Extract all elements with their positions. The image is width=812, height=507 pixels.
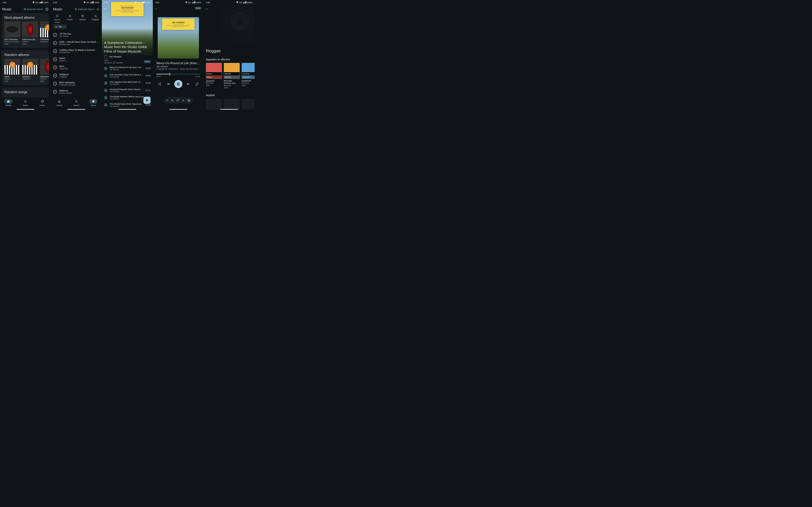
gesture-bar[interactable] bbox=[118, 109, 136, 110]
np-album[interactable]: A Symphonic Celebration - Music from the… bbox=[157, 68, 200, 70]
album-list-item[interactable]: AdamShearer bbox=[52, 55, 101, 63]
album-card[interactable]: BSO SebastianPeerGynt Lobogris2008 bbox=[4, 21, 20, 45]
collapse-button[interactable]: ⌄ bbox=[155, 7, 157, 10]
library-icon bbox=[92, 100, 95, 103]
nav-search[interactable]: Search bbox=[72, 99, 80, 106]
track-duration: 02:50 bbox=[146, 67, 150, 69]
audio-item[interactable]: ♪ bbox=[224, 99, 240, 110]
nav-search[interactable]: Search bbox=[21, 99, 29, 106]
seek-bar[interactable]: 00:5202:49 bbox=[157, 74, 200, 77]
track-row[interactable]: 2One Summer's Day (The Name of Lif…Joe H… bbox=[102, 72, 153, 79]
signal-icon bbox=[90, 2, 92, 3]
cover-label: JOE HISAISHI A Symphonic Celebration Mus… bbox=[162, 18, 195, 30]
time-total: 02:49 bbox=[195, 75, 200, 77]
album-list[interactable]: 'Til The DayJoe Farren2005 - I Would Hav… bbox=[51, 31, 102, 103]
battery-label: 100% bbox=[247, 1, 252, 4]
cover-sub: Royal Philharmonic Orchestra bbox=[172, 26, 185, 27]
wifi-icon bbox=[134, 2, 137, 3]
svg-line-4 bbox=[26, 102, 26, 103]
play-icon[interactable] bbox=[53, 90, 57, 94]
tab-albums[interactable]: Albums bbox=[51, 13, 64, 22]
play-icon[interactable] bbox=[53, 41, 57, 45]
album-title: Deflonesoun bbox=[40, 75, 49, 78]
audio-item[interactable]: ♪ bbox=[206, 99, 222, 110]
speed-button[interactable]: 1× bbox=[166, 99, 169, 101]
album-card[interactable]: AdamShearer2008 bbox=[4, 59, 20, 82]
play-icon[interactable] bbox=[53, 57, 57, 61]
tab-genres[interactable]: Genres bbox=[76, 13, 89, 22]
nav-activity[interactable]: Activity bbox=[4, 99, 12, 106]
nav-label: Library bbox=[90, 104, 96, 106]
track-row[interactable]: 1Merry-Go-Round of Life (from 'Howl'…Joe… bbox=[102, 65, 153, 72]
queue-icon[interactable] bbox=[187, 99, 190, 102]
repeat-button[interactable] bbox=[194, 81, 200, 87]
queue-add-icon[interactable] bbox=[171, 99, 174, 102]
play-pause-button[interactable] bbox=[174, 80, 182, 88]
track-number: 4 bbox=[104, 89, 107, 92]
play-icon[interactable] bbox=[53, 82, 57, 86]
server-selector[interactable]: Subsonic Demo bbox=[75, 8, 94, 11]
svg-rect-6 bbox=[75, 8, 77, 9]
artist-avatar[interactable] bbox=[104, 55, 107, 58]
play-icon[interactable] bbox=[53, 33, 57, 37]
album-card[interactable]: ChameleonCapashen bbox=[40, 21, 49, 45]
section-title: Random albums bbox=[4, 53, 49, 57]
album-list-item[interactable]: BSO SebastianPeerGynt Lobogris bbox=[52, 79, 101, 88]
nav-library[interactable]: Library bbox=[38, 99, 47, 106]
album-card[interactable]: DeflonesounDeflone2008 bbox=[40, 59, 49, 82]
album-meta: 29 tracks, 87 minutes bbox=[104, 62, 123, 64]
genre-album-card[interactable]: Joe FarrenJoe FarrenHanfplanetMicrodub20… bbox=[242, 63, 255, 89]
nav-activity[interactable]: Activity bbox=[55, 99, 63, 106]
track-row[interactable]: 3The Legend of the Wind (from 'Naus…Joe … bbox=[102, 79, 153, 87]
album-list-item[interactable]: 2005 - I Would Have Given So Much MoreMi… bbox=[52, 39, 101, 47]
svg-line-18 bbox=[77, 102, 77, 103]
gesture-bar[interactable] bbox=[16, 109, 35, 110]
genre-albums-row[interactable]: MetisseMetisseJeunesseMETISSE2005Microdu… bbox=[204, 63, 255, 89]
battery-icon bbox=[92, 1, 93, 3]
track-row[interactable]: 4Nausicaä Requiem (from 'Nausicaä …Joe H… bbox=[102, 87, 153, 94]
home-icon bbox=[58, 100, 61, 103]
play-icon[interactable] bbox=[53, 65, 57, 69]
album-artist: Misteur Valaire bbox=[59, 92, 100, 94]
gesture-bar[interactable] bbox=[169, 109, 187, 110]
back-button[interactable]: ← bbox=[104, 6, 107, 11]
svg-point-16 bbox=[96, 16, 97, 17]
shuffle-button[interactable] bbox=[157, 81, 163, 87]
audio-item[interactable]: ♪ bbox=[242, 99, 255, 110]
genre-audios-row[interactable]: ♪ ♪ ♪ bbox=[204, 99, 255, 110]
album-row[interactable]: AdamShearer2008Episode ICapashenDeflones… bbox=[4, 59, 49, 82]
now-playing-cover[interactable]: JOE HISAISHI A Symphonic Celebration Mus… bbox=[158, 17, 199, 58]
genre-album-card[interactable]: MetisseMetisseJeunesseMETISSE2005 bbox=[206, 63, 222, 89]
equalizer-icon[interactable] bbox=[182, 99, 185, 102]
prev-button[interactable] bbox=[165, 81, 172, 87]
gesture-bar[interactable] bbox=[220, 109, 238, 110]
gesture-bar[interactable] bbox=[67, 109, 85, 110]
tab-label: Albums bbox=[54, 18, 60, 21]
back-button[interactable]: ← bbox=[206, 7, 209, 11]
settings-icon[interactable] bbox=[96, 8, 100, 11]
next-button[interactable] bbox=[185, 81, 191, 87]
album-list-item[interactable]: All-inCapashen bbox=[52, 63, 101, 71]
nav-library[interactable]: Library bbox=[89, 99, 98, 106]
nav-label: Search bbox=[22, 104, 28, 106]
play-album-fab[interactable] bbox=[143, 97, 150, 104]
settings-icon[interactable] bbox=[45, 8, 49, 11]
play-icon[interactable] bbox=[53, 49, 57, 53]
genre-album-card[interactable]: MicrodubMicrodubMicrodub-Nummer einsMicr… bbox=[224, 63, 240, 89]
album-artist[interactable]: Joe Hisaishi bbox=[109, 55, 121, 58]
play-icon[interactable] bbox=[53, 74, 57, 77]
server-selector[interactable]: Subsonic Demo bbox=[24, 8, 43, 11]
album-title: Jeunesse bbox=[206, 80, 222, 82]
sort-chip[interactable]: Title bbox=[53, 24, 67, 29]
album-list-item[interactable]: 'Til The DayJoe Farren bbox=[52, 31, 101, 39]
tab-artists[interactable]: Artists bbox=[64, 13, 76, 22]
album-list-item[interactable]: AntígonaAntígona bbox=[52, 71, 101, 79]
album-card[interactable]: Episode ICapashen bbox=[22, 59, 38, 82]
cast-icon[interactable] bbox=[176, 99, 179, 102]
album-row[interactable]: BSO SebastianPeerGynt Lobogris2008Deflon… bbox=[4, 21, 49, 45]
tab-playlists[interactable]: Playlists bbox=[89, 13, 102, 22]
album-list-item[interactable]: A Million Ways To Waste A SummerMichael … bbox=[52, 47, 101, 55]
album-card[interactable]: DeflonesoundsystemDeflone2008 bbox=[22, 21, 38, 45]
album-list-item[interactable]: BellevueMisteur Valaire bbox=[52, 88, 101, 96]
np-artist[interactable]: Joe Hisaishi bbox=[157, 65, 200, 68]
